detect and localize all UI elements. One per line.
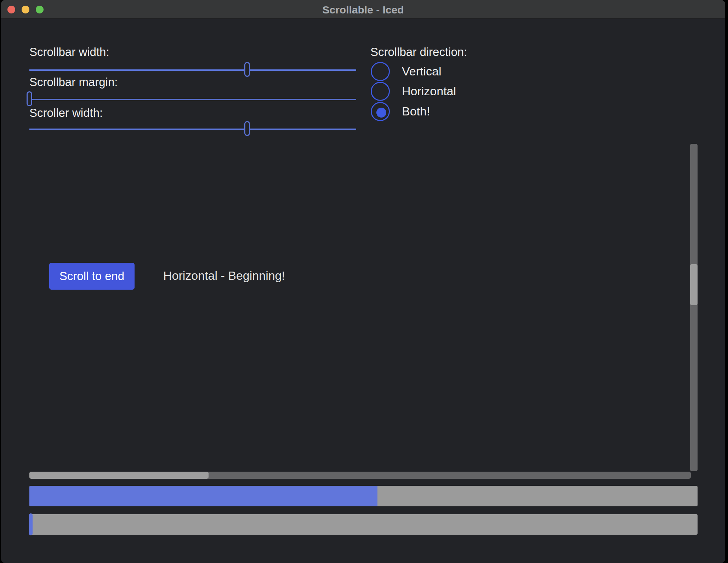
scroll-status-text: Horizontal - Beginning!: [163, 269, 285, 283]
horizontal-scrollbar-track[interactable]: [29, 472, 691, 479]
radio-circle[interactable]: [371, 62, 390, 81]
vertical-scrollbar-track[interactable]: [690, 144, 698, 471]
progressbar-fill: [29, 513, 33, 535]
progressbar-fill: [29, 486, 377, 506]
slider-handle[interactable]: [244, 62, 250, 77]
scroller-width-label: Scroller width:: [29, 106, 103, 120]
radio-label[interactable]: Vertical: [402, 64, 442, 78]
scrollbar-margin-label: Scrollbar margin:: [29, 75, 118, 89]
radio-label[interactable]: Horizontal: [402, 84, 456, 98]
slider-handle[interactable]: [244, 121, 250, 136]
vertical-scroll-progressbar: [29, 486, 698, 506]
app-window: Scrollable - Iced Scrollbar width: Scrol…: [1, 0, 725, 563]
scrollbar-width-slider[interactable]: [29, 69, 356, 71]
radio-circle[interactable]: [371, 102, 390, 121]
vertical-scrollbar-thumb[interactable]: [690, 264, 698, 305]
radio-label[interactable]: Both!: [402, 104, 430, 118]
titlebar: Scrollable - Iced: [1, 0, 725, 19]
scrollbar-direction-label: Scrollbar direction:: [370, 45, 467, 59]
horizontal-scrollbar-thumb[interactable]: [29, 472, 209, 479]
radio-circle[interactable]: [371, 82, 390, 101]
scroller-width-slider[interactable]: [29, 129, 356, 130]
radio-selected-dot: [376, 108, 386, 118]
window-title: Scrollable - Iced: [1, 4, 725, 16]
scrollbar-width-label: Scrollbar width:: [29, 45, 109, 59]
scroll-to-end-button[interactable]: Scroll to end: [49, 263, 135, 290]
slider-handle[interactable]: [27, 91, 32, 106]
scrollbar-margin-slider[interactable]: [29, 99, 356, 100]
horizontal-scroll-progressbar: [29, 514, 698, 535]
